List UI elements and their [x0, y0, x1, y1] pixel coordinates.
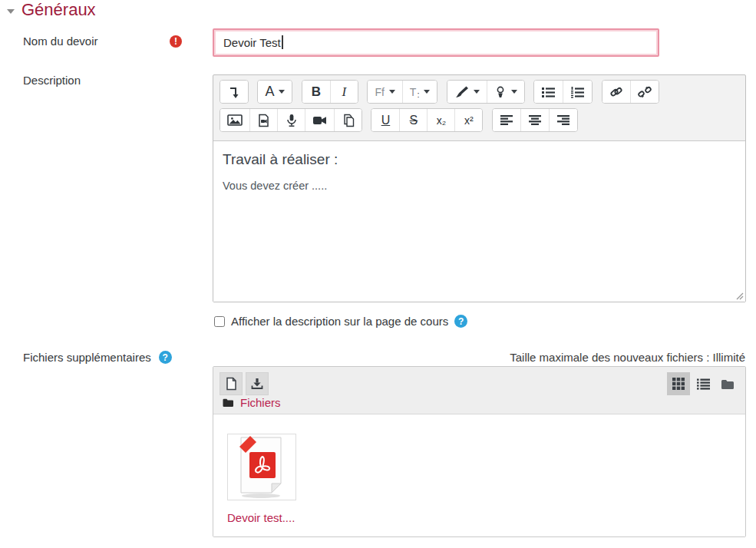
show-description-label: Afficher la description sur la page de c…: [231, 315, 448, 328]
section-collapse-icon[interactable]: [7, 9, 15, 14]
editor-toolbar-row2: U S x₂ x²: [213, 104, 745, 132]
align-left-button[interactable]: [493, 109, 520, 131]
file-manager: Fichiers Devoir test....: [213, 366, 746, 537]
insert-image-button[interactable]: [220, 109, 249, 131]
list-view-icon: [697, 378, 710, 390]
superscript-icon: x²: [464, 114, 474, 127]
file-manager-toolbar: Fichiers: [213, 367, 745, 414]
bullet-list-icon: [541, 86, 556, 98]
italic-button[interactable]: I: [330, 81, 358, 103]
add-file-icon: [226, 377, 237, 391]
max-file-size-text: Taille maximale des nouveaux fichiers : …: [510, 351, 745, 364]
superscript-button[interactable]: x²: [454, 109, 482, 131]
collapse-toolbar-button[interactable]: [220, 81, 248, 103]
assignment-name-input[interactable]: [213, 28, 659, 57]
show-description-row: Afficher la description sur la page de c…: [214, 315, 467, 328]
level-down-icon: [227, 85, 241, 99]
underline-button[interactable]: U: [371, 109, 399, 131]
help-icon[interactable]: ?: [454, 315, 467, 328]
chevron-down-icon: [424, 90, 430, 94]
subscript-button[interactable]: x₂: [427, 109, 454, 131]
tree-view-button[interactable]: [716, 372, 739, 395]
chevron-down-icon: [279, 90, 285, 94]
font-color-button[interactable]: [447, 81, 487, 103]
bold-button[interactable]: B: [302, 81, 330, 103]
video-camera-icon: [312, 115, 327, 126]
link-icon: [609, 85, 623, 99]
underline-icon: U: [381, 114, 391, 127]
grid-view-button[interactable]: [667, 372, 690, 395]
pdf-file-icon: [237, 436, 286, 499]
bullet-list-button[interactable]: [534, 81, 563, 103]
manage-files-button[interactable]: [334, 109, 361, 131]
ordered-list-button[interactable]: [563, 81, 592, 103]
image-icon: [227, 114, 243, 127]
unlink-icon: [638, 85, 652, 99]
ordered-list-icon: [570, 86, 585, 98]
align-center-icon: [528, 114, 542, 126]
font-family-button[interactable]: Ff: [368, 81, 401, 103]
folder-icon: [223, 398, 234, 408]
strikethrough-button[interactable]: S: [399, 109, 427, 131]
chevron-down-icon: [389, 90, 395, 94]
description-field-label: Description: [23, 74, 81, 87]
name-field-label: Nom du devoir: [23, 35, 98, 48]
breadcrumb: Fichiers: [223, 396, 281, 409]
font-size-icon: T: [410, 86, 417, 98]
font-family-icon: Ff: [375, 86, 384, 98]
add-file-button[interactable]: [220, 372, 243, 395]
editor-content-area[interactable]: Travail à réaliser : Vous devez créer ..…: [213, 140, 745, 302]
paragraph-styles-button[interactable]: A: [258, 81, 292, 103]
align-center-button[interactable]: [520, 109, 549, 131]
unlink-button[interactable]: [630, 81, 659, 103]
breadcrumb-link-fichiers[interactable]: Fichiers: [240, 396, 281, 409]
chevron-down-icon: [511, 90, 517, 94]
highlight-color-button[interactable]: [487, 81, 524, 103]
font-size-dots: :: [417, 90, 419, 99]
subscript-icon: x₂: [437, 114, 446, 127]
media-icon: [257, 114, 270, 127]
brush-icon: [454, 85, 469, 99]
download-all-button[interactable]: [246, 372, 269, 395]
chevron-down-icon: [474, 90, 480, 94]
marker-icon: [494, 85, 507, 99]
file-name-link[interactable]: Devoir test....: [227, 511, 295, 524]
editor-text-title: Travail à réaliser :: [223, 151, 736, 168]
editor-toolbar-row1: A B I Ff T :: [213, 75, 745, 104]
bold-icon: B: [312, 84, 321, 100]
grid-view-icon: [672, 378, 685, 390]
download-icon: [251, 378, 263, 391]
assignment-settings-form: Généraux Nom du devoir ! Description A: [0, 0, 756, 548]
resize-grip-icon[interactable]: [734, 290, 744, 300]
show-description-checkbox[interactable]: [214, 316, 225, 327]
strikethrough-icon: S: [410, 114, 418, 127]
link-button[interactable]: [602, 81, 630, 103]
copy-pages-icon: [342, 114, 355, 127]
record-audio-button[interactable]: [277, 109, 305, 131]
file-manager-content[interactable]: Devoir test....: [213, 414, 745, 536]
record-video-button[interactable]: [305, 109, 334, 131]
editor-text-body: Vous devez créer .....: [223, 180, 736, 192]
section-title[interactable]: Généraux: [21, 0, 96, 20]
italic-icon: I: [342, 84, 347, 100]
font-size-button[interactable]: T :: [402, 81, 437, 103]
help-icon[interactable]: ?: [159, 351, 172, 364]
files-field-label-row: Fichiers supplémentaires ?: [23, 351, 172, 364]
align-left-icon: [500, 114, 513, 126]
align-right-button[interactable]: [549, 109, 577, 131]
atto-editor: A B I Ff T :: [213, 74, 746, 302]
required-icon: !: [170, 35, 182, 48]
file-tile[interactable]: [227, 434, 296, 500]
styles-icon: A: [265, 84, 274, 100]
insert-media-button[interactable]: [249, 109, 277, 131]
list-view-button[interactable]: [692, 372, 715, 395]
files-field-label: Fichiers supplémentaires: [23, 351, 151, 364]
microphone-icon: [286, 114, 297, 127]
folder-view-icon: [721, 378, 735, 390]
align-right-icon: [556, 114, 570, 126]
